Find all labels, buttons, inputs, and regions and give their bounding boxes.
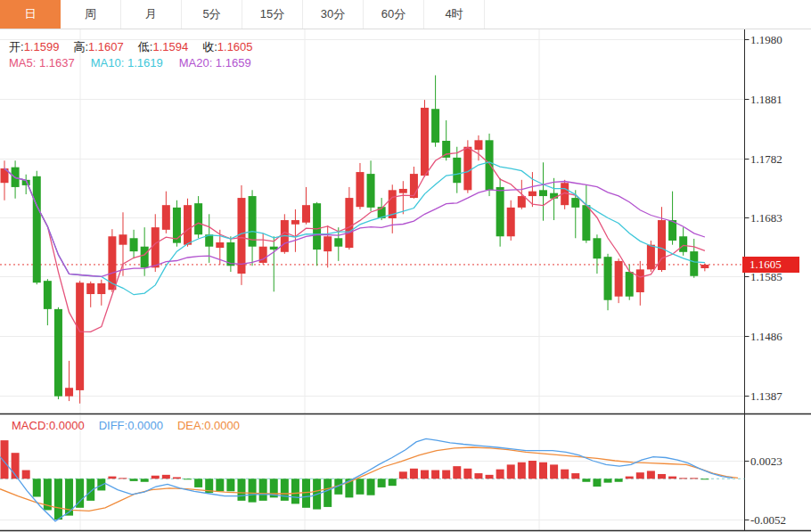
macd-bar <box>399 471 407 479</box>
candle-body <box>54 309 62 397</box>
candle-body <box>582 205 590 241</box>
macd-bar <box>626 477 634 479</box>
diff-value: DIFF:0.0000 <box>99 419 163 432</box>
candle-body <box>334 238 342 246</box>
high-label: 高: <box>73 40 88 53</box>
macd-bar <box>184 479 192 479</box>
macd-bar <box>604 479 612 482</box>
macd-bar <box>141 479 149 482</box>
chart-svg <box>0 0 811 532</box>
macd-bar <box>216 479 224 491</box>
candle-body <box>486 140 494 190</box>
y-axis-label: 1.1486 <box>750 330 782 344</box>
ma5-legend: MA5: 1.1637 <box>9 56 75 70</box>
candle-body <box>152 227 160 267</box>
macd-bar <box>431 471 439 479</box>
macd-bar <box>324 479 332 507</box>
candle-body <box>679 236 687 252</box>
candle-body <box>690 251 698 276</box>
y-axis-label: 1.1980 <box>750 33 782 47</box>
macd-bar <box>194 479 202 487</box>
macd-bar <box>410 469 418 479</box>
tab-60min[interactable]: 60分 <box>364 0 424 29</box>
candle-body <box>442 141 450 158</box>
candle-body <box>119 234 127 244</box>
close-label: 收: <box>202 40 217 53</box>
low-value: 1.1594 <box>152 40 188 53</box>
ma-legend: MA5: 1.1637MA10: 1.1619MA20: 1.1659 <box>9 56 267 70</box>
y-axis-label: 0.0023 <box>750 454 782 469</box>
macd-bar <box>162 475 170 479</box>
candle-body <box>216 242 224 248</box>
candle-body <box>356 172 364 207</box>
close-value: 1.1605 <box>217 40 253 53</box>
y-axis-label: 1.1782 <box>750 152 782 167</box>
candle-body <box>453 158 461 183</box>
macd-bar <box>658 474 666 479</box>
candle-body <box>496 187 504 236</box>
macd-bar <box>668 477 676 479</box>
macd-bar <box>22 471 30 479</box>
candle-body <box>97 283 105 294</box>
macd-bar <box>237 479 245 501</box>
macd-bar <box>615 479 623 482</box>
candle-body <box>528 192 537 196</box>
candle-body <box>184 205 192 245</box>
ma20-legend: MA20: 1.1659 <box>179 56 251 70</box>
high-value: 1.1607 <box>88 40 124 53</box>
candle-body <box>44 281 52 309</box>
tab-week[interactable]: 周 <box>61 0 121 29</box>
macd-bar <box>679 478 687 479</box>
macd-bar <box>647 471 655 479</box>
candle-body <box>76 282 84 390</box>
macd-bar <box>453 466 461 479</box>
candle-body <box>636 269 644 292</box>
candle-body <box>604 257 612 300</box>
macd-bar <box>108 477 116 479</box>
y-axis-label: 1.1683 <box>750 211 782 225</box>
candle-body <box>615 261 623 297</box>
macd-bar <box>356 479 364 495</box>
tab-4hour[interactable]: 4时 <box>424 0 485 29</box>
macd-bar <box>367 479 375 495</box>
macd-bar <box>259 479 267 501</box>
macd-bar <box>550 464 558 479</box>
candle-body <box>593 238 601 258</box>
tab-30min[interactable]: 30分 <box>303 0 364 29</box>
macd-bar <box>421 471 429 479</box>
dea-value: DEA:0.0000 <box>177 419 240 432</box>
macd-bar <box>119 478 127 479</box>
macd-bar <box>249 479 257 502</box>
tab-day[interactable]: 日 <box>0 0 61 29</box>
y-axis-label: 1.1881 <box>750 93 782 107</box>
candle-body <box>86 283 94 294</box>
candle-body <box>65 388 73 396</box>
candle-body <box>507 208 515 236</box>
candle-body <box>626 272 634 297</box>
macd-bar <box>561 470 569 479</box>
macd-bar <box>539 462 547 479</box>
macd-bar <box>507 464 515 479</box>
candle-body <box>367 174 375 208</box>
ohlc-legend: 开:1.1599高:1.1607低:1.1594收:1.1605 <box>9 39 267 55</box>
tab-5min[interactable]: 5分 <box>182 0 242 29</box>
macd-bar <box>518 462 526 479</box>
current-price-tag: 1.1605 <box>742 257 799 273</box>
macd-bar <box>636 472 644 479</box>
candlestick-chart-canvas[interactable] <box>0 0 811 532</box>
candle-body <box>474 140 482 150</box>
macd-bar <box>496 470 504 479</box>
candle-body <box>33 176 41 282</box>
open-label: 开: <box>9 40 24 53</box>
macd-bar <box>486 475 494 479</box>
candle-body <box>431 109 439 143</box>
candle-body <box>194 203 202 234</box>
candle-body <box>647 245 655 270</box>
macd-bar <box>281 479 289 501</box>
ma10-legend: MA10: 1.1619 <box>91 56 163 70</box>
macd-bar <box>173 477 181 479</box>
timeframe-tabbar: 日 周 月 5分 15分 30分 60分 4时 <box>0 0 811 29</box>
tab-15min[interactable]: 15分 <box>242 0 303 29</box>
tab-month[interactable]: 月 <box>121 0 182 29</box>
macd-legend: MACD:0.0000DIFF:0.0000DEA:0.0000 <box>12 419 254 432</box>
